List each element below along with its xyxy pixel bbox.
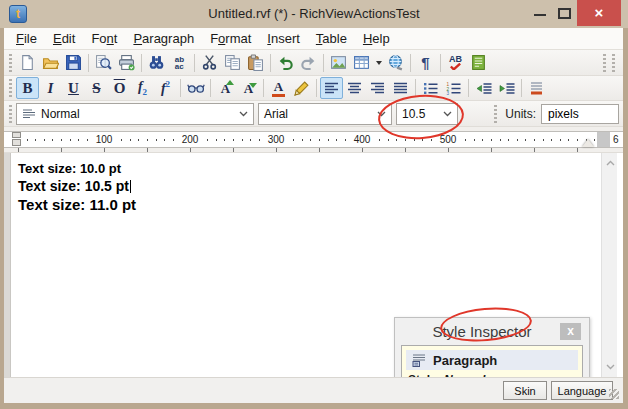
new-document-icon	[19, 54, 36, 71]
shrink-font-button[interactable]: A	[237, 77, 260, 99]
insert-table-button[interactable]	[350, 52, 373, 74]
print-preview-button[interactable]	[92, 52, 115, 74]
toolbar-grip[interactable]	[494, 105, 497, 123]
toolbar-grip[interactable]	[612, 54, 615, 72]
toolbar-grip[interactable]	[9, 79, 12, 97]
selection-bar[interactable]	[4, 153, 11, 377]
language-button[interactable]: Language	[551, 381, 613, 400]
insert-table-dropdown[interactable]	[373, 52, 384, 74]
scroll-down-button[interactable]	[602, 359, 618, 375]
separator	[415, 79, 416, 97]
spellcheck-button[interactable]: AB	[444, 52, 467, 74]
resize-grip[interactable]	[609, 389, 619, 399]
paragraph-border-button[interactable]	[525, 77, 548, 99]
replace-button[interactable]: abac	[168, 52, 191, 74]
subscript-button[interactable]: f2	[131, 77, 154, 99]
toolbar-grip[interactable]	[9, 105, 12, 123]
insert-picture-button[interactable]	[327, 52, 350, 74]
title-bar[interactable]: t Untitled.rvf (*) - RichViewActionsTest…	[0, 0, 628, 28]
paragraph-style-icon	[411, 353, 427, 367]
font-name-combo[interactable]: Arial	[258, 103, 392, 125]
arrow-up-icon	[226, 80, 234, 88]
align-center-button[interactable]	[343, 77, 366, 99]
separator	[88, 54, 89, 72]
menu-bar: File Edit Font Paragraph Format Insert T…	[4, 28, 623, 50]
grow-font-button[interactable]: A	[214, 77, 237, 99]
right-indent-marker[interactable]	[582, 139, 594, 147]
vertical-scrollbar[interactable]	[601, 153, 617, 377]
paste-button[interactable]	[244, 52, 267, 74]
superscript-button[interactable]: f2	[154, 77, 177, 99]
units-combo[interactable]: pixels	[541, 104, 619, 124]
pilcrow-icon: ¶	[421, 55, 429, 70]
document-area[interactable]: Text size: 10.0 pt Text size: 10.5 pt Te…	[4, 153, 623, 377]
menu-font[interactable]: Font	[83, 28, 125, 50]
menu-insert[interactable]: Insert	[259, 28, 308, 50]
document-properties-button[interactable]	[467, 52, 490, 74]
open-folder-icon	[42, 54, 59, 71]
scroll-up-button[interactable]	[602, 155, 618, 171]
overline-button[interactable]: O	[108, 77, 131, 99]
numbered-list-button[interactable]: 123	[442, 77, 465, 99]
insert-hyperlink-button[interactable]	[384, 52, 407, 74]
paragraph-section-header: Paragraph	[406, 350, 578, 370]
strikethrough-button[interactable]: S	[85, 77, 108, 99]
align-center-icon	[347, 82, 362, 95]
decrease-indent-button[interactable]	[472, 77, 495, 99]
insert-picture-icon	[330, 54, 347, 71]
align-left-button[interactable]	[320, 77, 343, 99]
maximize-button[interactable]	[558, 8, 571, 19]
align-justify-icon	[393, 82, 408, 95]
document-line: Text size: 11.0 pt	[18, 196, 136, 213]
cut-button[interactable]	[198, 52, 221, 74]
align-right-icon	[370, 82, 385, 95]
undo-icon	[277, 54, 294, 71]
toolbar-grip[interactable]	[603, 54, 606, 72]
align-justify-button[interactable]	[389, 77, 412, 99]
print-button[interactable]	[115, 52, 138, 74]
bullet-list-button[interactable]	[419, 77, 442, 99]
menu-edit[interactable]: Edit	[45, 28, 83, 50]
border-bottom-icon	[529, 81, 544, 95]
print-preview-icon	[95, 54, 112, 71]
first-line-indent-marker[interactable]	[12, 132, 21, 138]
undo-button[interactable]	[274, 52, 297, 74]
hidden-text-button[interactable]	[184, 77, 207, 99]
replace-icon: abac	[175, 56, 184, 70]
font-color-button[interactable]: A	[267, 77, 290, 99]
app-window: t Untitled.rvf (*) - RichViewActionsTest…	[0, 0, 628, 409]
increase-indent-icon	[499, 82, 515, 95]
menu-help[interactable]: Help	[355, 28, 398, 50]
bold-button[interactable]: B	[16, 77, 39, 99]
menu-file[interactable]: File	[8, 28, 45, 50]
close-button[interactable]: ×	[577, 0, 621, 26]
skin-button[interactable]: Skin	[503, 381, 547, 400]
underline-button[interactable]: U	[62, 77, 85, 99]
minimize-button[interactable]	[534, 14, 546, 16]
redo-button[interactable]	[297, 52, 320, 74]
new-document-button[interactable]	[16, 52, 39, 74]
document-line: Text size: 10.0 pt	[18, 161, 121, 176]
menu-table[interactable]: Table	[308, 28, 355, 50]
left-indent-marker[interactable]	[12, 139, 21, 146]
toolbar-grip[interactable]	[9, 54, 12, 72]
strikethrough-icon: S	[92, 81, 100, 96]
show-paragraph-marks-button[interactable]: ¶	[414, 52, 437, 74]
highlight-button[interactable]	[290, 77, 313, 99]
increase-indent-button[interactable]	[495, 77, 518, 99]
menu-format[interactable]: Format	[202, 28, 259, 50]
numbered-list-icon: 123	[446, 82, 461, 95]
open-button[interactable]	[39, 52, 62, 74]
italic-button[interactable]: I	[39, 77, 62, 99]
save-button[interactable]	[62, 52, 85, 74]
align-right-button[interactable]	[366, 77, 389, 99]
menu-paragraph[interactable]: Paragraph	[125, 28, 202, 50]
separator	[210, 79, 211, 97]
font-size-combo[interactable]: 10.5	[396, 103, 458, 125]
separator	[180, 79, 181, 97]
copy-button[interactable]	[221, 52, 244, 74]
style-inspector-close-button[interactable]: x	[560, 323, 581, 340]
style-combo[interactable]: Normal	[16, 103, 254, 125]
style-lines-icon	[22, 108, 36, 120]
find-button[interactable]	[145, 52, 168, 74]
